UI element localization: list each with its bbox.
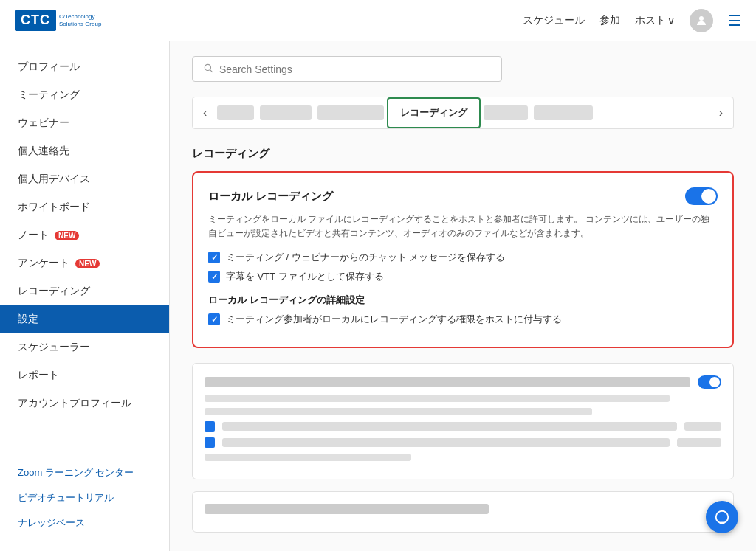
blurred-checkbox-2[interactable] [205,421,215,432]
sidebar-label-personal-device: 個人用デバイス [18,173,90,186]
blurred-row-2 [205,421,721,432]
section-title: レコーディング [192,147,734,161]
notes-badge: NEW [55,231,79,240]
sidebar-link-zoom-learning[interactable]: Zoom ラーニング センター [0,460,169,485]
sidebar-item-profile[interactable]: プロフィール [0,53,169,81]
sidebar-link-video-tutorial[interactable]: ビデオチュートリアル [0,485,169,510]
sidebar-item-contacts[interactable]: 個人連絡先 [0,137,169,165]
blurred-row-3 [205,437,721,448]
tab-item-1[interactable] [217,105,254,120]
chevron-down-icon: ∨ [667,15,675,27]
logo-subtitle: C/TechnologySolutions Group [59,13,101,27]
checkbox-label-1: ミーティング / ウェビナーからのチャット メッセージを保存する [226,251,505,264]
local-recording-title: ローカル レコーディング [208,190,333,204]
sidebar-item-survey[interactable]: アンケート NEW [0,249,169,277]
checkbox-row-2: 字幕を VTT ファイルとして保存する [208,270,718,283]
sidebar-nav: プロフィール ミーティング ウェビナー 個人連絡先 個人用デバイス ホワイトボー… [0,53,169,448]
tab-item-2[interactable] [260,105,312,120]
sidebar-item-meeting[interactable]: ミーティング [0,81,169,109]
checkbox-row-3: ミーティング参加者がローカルにレコーディングする権限をホストに付与する [208,313,718,326]
checkbox-row-1: ミーティング / ウェビナーからのチャット メッセージを保存する [208,251,718,264]
additional-settings-section [192,363,734,479]
tab-item-5[interactable] [484,105,528,120]
logo-text: CTC [15,10,56,31]
header-nav: スケジュール 参加 ホスト ∨ ☰ [523,9,741,32]
checkbox-host-permission[interactable] [208,313,220,325]
chat-fab-button[interactable] [706,501,738,533]
search-bar [192,56,502,82]
nav-schedule[interactable]: スケジュール [523,14,585,27]
sidebar-label-profile: プロフィール [18,60,80,74]
local-recording-description: ミーティングをローカル ファイルにレコーディングすることをホストと参加者に許可し… [208,212,718,240]
local-recording-header: ローカル レコーディング [208,187,718,205]
svg-line-2 [210,70,213,72]
search-input[interactable] [219,63,491,75]
checkbox-label-3: ミーティング参加者がローカルにレコーディングする権限をホストに付与する [226,313,562,326]
tab-item-6[interactable] [534,105,593,120]
sidebar: プロフィール ミーティング ウェビナー 個人連絡先 個人用デバイス ホワイトボー… [0,41,170,551]
tab-left-arrow[interactable]: ‹ [196,100,214,125]
sidebar-label-notes: ノート [18,229,49,242]
sidebar-label-settings: 設定 [18,313,38,326]
sidebar-label-report: レポート [18,369,59,382]
sidebar-label-scheduler: スケジューラー [18,341,90,354]
logo[interactable]: CTC C/TechnologySolutions Group [15,10,101,31]
sidebar-item-report[interactable]: レポート [0,361,169,389]
checkbox-chat-messages[interactable] [208,252,220,263]
sidebar-item-whiteboard[interactable]: ホワイトボード [0,193,169,221]
sidebar-item-account-profile[interactable]: アカウントプロフィール [0,389,169,417]
svg-point-0 [699,16,704,21]
main-content: ‹ レコーディング › レコーディング ローカル レコーディング ミーティングを… [170,41,756,551]
nav-join[interactable]: 参加 [599,14,620,27]
nav-host-label: ホスト [635,14,666,27]
sidebar-label-recording: レコーディング [18,285,90,298]
sidebar-label-contacts: 個人連絡先 [18,145,69,158]
sidebar-item-notes[interactable]: ノート NEW [0,221,169,249]
nav-host[interactable]: ホスト ∨ [635,14,675,27]
header: CTC C/TechnologySolutions Group スケジュール 参… [0,0,756,41]
local-recording-sub-title: ローカル レコーディングの詳細設定 [208,294,718,307]
tab-right-arrow[interactable]: › [712,100,730,125]
sidebar-item-personal-device[interactable]: 個人用デバイス [0,165,169,193]
sidebar-label-survey: アンケート [18,257,69,270]
blurred-row-1 [205,375,721,389]
sidebar-item-webinar[interactable]: ウェビナー [0,109,169,137]
avatar[interactable] [690,9,713,32]
blurred-checkbox-3[interactable] [205,437,215,448]
recording-box: ローカル レコーディング ミーティングをローカル ファイルにレコーディングするこ… [192,171,734,348]
hamburger-menu-icon[interactable]: ☰ [728,12,741,30]
search-icon [203,63,213,75]
tab-item-3[interactable] [317,105,384,120]
sidebar-item-recording[interactable]: レコーディング [0,277,169,305]
sidebar-label-whiteboard: ホワイトボード [18,201,90,214]
local-recording-toggle[interactable] [685,187,718,205]
checkbox-label-2: 字幕を VTT ファイルとして保存する [226,270,384,283]
sidebar-label-account-profile: アカウントプロフィール [18,397,131,410]
sidebar-footer: Zoom ラーニング センター ビデオチュートリアル ナレッジベース [0,448,169,547]
survey-badge: NEW [75,259,100,268]
tab-bar: ‹ レコーディング › [192,97,734,129]
tab-item-recording[interactable]: レコーディング [387,97,481,128]
blurred-toggle-1[interactable] [698,375,721,389]
sidebar-link-knowledge-base[interactable]: ナレッジベース [0,510,169,536]
checkbox-vtt-file[interactable] [208,271,220,283]
sidebar-item-settings[interactable]: 設定 [0,305,169,333]
sidebar-item-scheduler[interactable]: スケジューラー [0,333,169,361]
sidebar-label-meeting: ミーティング [18,89,80,102]
sidebar-label-webinar: ウェビナー [18,117,69,130]
tab-items: レコーディング [214,97,711,128]
extra-settings-section [192,491,734,533]
svg-point-1 [205,64,210,70]
